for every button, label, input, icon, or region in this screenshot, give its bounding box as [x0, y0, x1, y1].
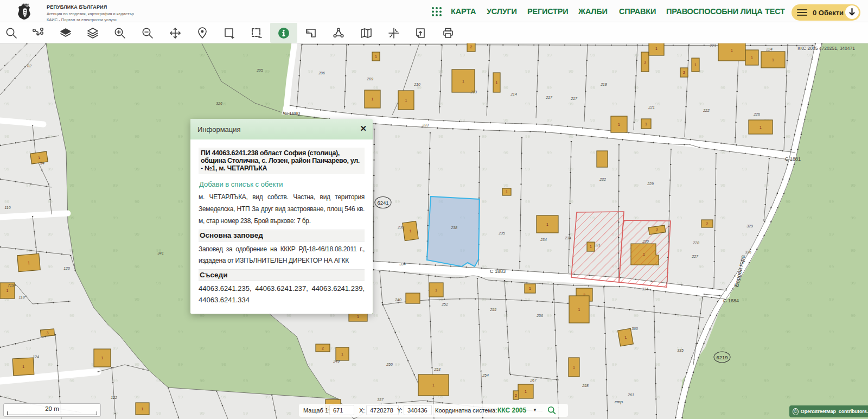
- svg-text:110: 110: [4, 206, 10, 210]
- svg-text:2: 2: [706, 222, 709, 226]
- svg-text:1: 1: [101, 356, 104, 360]
- svg-text:1: 1: [462, 79, 464, 83]
- svg-text:205: 205: [256, 68, 263, 72]
- svg-text:1: 1: [529, 287, 531, 290]
- svg-text:209: 209: [366, 77, 373, 81]
- svg-text:229: 229: [647, 182, 654, 186]
- svg-text:214: 214: [510, 92, 517, 96]
- svg-text:1: 1: [546, 223, 548, 226]
- svg-text:235: 235: [498, 231, 505, 235]
- svg-text:1: 1: [694, 63, 697, 67]
- svg-text:118: 118: [18, 295, 24, 299]
- svg-text:1: 1: [643, 252, 645, 256]
- svg-text:82: 82: [27, 64, 31, 68]
- svg-text:231: 231: [593, 243, 601, 247]
- svg-text:267: 267: [529, 378, 537, 382]
- svg-text:2: 2: [683, 71, 685, 74]
- svg-text:226: 226: [753, 112, 760, 116]
- svg-text:341: 341: [157, 251, 164, 255]
- svg-text:2: 2: [515, 393, 517, 397]
- svg-text:1: 1: [731, 48, 733, 52]
- svg-text:1: 1: [22, 365, 24, 369]
- svg-text:360: 360: [631, 327, 638, 331]
- svg-text:С 1883: С 1883: [490, 269, 506, 274]
- svg-text:С 1880: С 1880: [284, 111, 300, 116]
- svg-text:2: 2: [470, 45, 473, 49]
- svg-text:228: 228: [692, 241, 699, 245]
- svg-text:252: 252: [441, 302, 448, 306]
- svg-text:334: 334: [399, 262, 406, 266]
- svg-text:1: 1: [506, 190, 508, 194]
- svg-text:249: 249: [333, 359, 340, 363]
- svg-text:1: 1: [357, 315, 359, 319]
- svg-text:253: 253: [433, 367, 441, 371]
- svg-text:1: 1: [405, 98, 407, 102]
- svg-text:1: 1: [645, 122, 647, 126]
- svg-text:1: 1: [618, 123, 620, 126]
- svg-text:С 1684: С 1684: [723, 298, 739, 303]
- svg-text:124: 124: [33, 355, 39, 359]
- svg-text:256: 256: [536, 314, 543, 318]
- svg-text:1: 1: [7, 289, 9, 293]
- svg-text:224: 224: [765, 47, 773, 51]
- svg-text:122: 122: [111, 396, 117, 399]
- svg-text:217: 217: [570, 97, 578, 100]
- svg-text:335: 335: [677, 348, 684, 352]
- svg-text:1: 1: [28, 261, 30, 264]
- svg-text:336: 336: [745, 250, 751, 254]
- svg-text:94: 94: [40, 161, 44, 165]
- svg-text:1: 1: [341, 352, 343, 356]
- svg-text:221: 221: [648, 105, 655, 109]
- svg-text:1: 1: [372, 97, 374, 101]
- svg-text:1: 1: [435, 288, 437, 292]
- svg-text:222: 222: [703, 109, 710, 112]
- svg-text:250: 250: [386, 363, 393, 366]
- svg-text:238: 238: [450, 226, 457, 230]
- svg-text:261: 261: [627, 393, 634, 397]
- svg-text:1: 1: [760, 125, 762, 129]
- svg-text:333: 333: [422, 123, 429, 127]
- svg-text:223: 223: [709, 44, 716, 48]
- svg-text:3: 3: [46, 331, 49, 334]
- svg-text:120: 120: [63, 266, 70, 270]
- svg-text:1: 1: [772, 58, 774, 62]
- svg-text:258: 258: [582, 384, 589, 388]
- svg-text:213: 213: [470, 90, 477, 94]
- svg-text:206: 206: [318, 71, 325, 75]
- svg-text:1: 1: [578, 308, 580, 312]
- svg-text:234: 234: [540, 238, 547, 242]
- svg-text:326: 326: [216, 101, 222, 105]
- svg-text:227: 227: [691, 255, 699, 258]
- svg-text:232: 232: [599, 177, 606, 181]
- svg-text:1: 1: [496, 81, 498, 85]
- svg-text:1: 1: [655, 47, 658, 50]
- svg-text:1: 1: [590, 245, 592, 249]
- svg-text:334: 334: [642, 287, 648, 291]
- svg-text:239: 239: [397, 225, 404, 229]
- svg-text:210: 210: [413, 82, 420, 86]
- svg-text:218: 218: [600, 82, 607, 86]
- svg-text:стр.: стр.: [615, 399, 624, 404]
- svg-text:337: 337: [377, 398, 384, 402]
- svg-text:С 1881: С 1881: [785, 156, 801, 162]
- svg-text:1: 1: [573, 365, 575, 369]
- svg-text:1: 1: [751, 56, 753, 60]
- svg-text:719: 719: [8, 283, 14, 287]
- svg-text:3: 3: [644, 60, 646, 64]
- svg-text:1: 1: [142, 407, 144, 411]
- svg-text:240: 240: [394, 298, 401, 302]
- svg-text:6241: 6241: [377, 200, 388, 206]
- svg-text:6219: 6219: [716, 354, 727, 360]
- svg-text:2: 2: [322, 346, 324, 350]
- svg-text:1: 1: [375, 55, 377, 59]
- svg-text:1: 1: [525, 390, 527, 393]
- svg-text:329: 329: [746, 224, 753, 228]
- svg-text:217: 217: [545, 96, 553, 99]
- svg-text:234: 234: [564, 236, 571, 240]
- svg-text:254: 254: [482, 373, 489, 377]
- svg-text:230: 230: [642, 239, 649, 243]
- svg-text:1: 1: [432, 383, 435, 387]
- svg-text:255: 255: [489, 308, 496, 312]
- svg-text:ККС 2005 4720251, 340471: ККС 2005 4720251, 340471: [797, 46, 855, 51]
